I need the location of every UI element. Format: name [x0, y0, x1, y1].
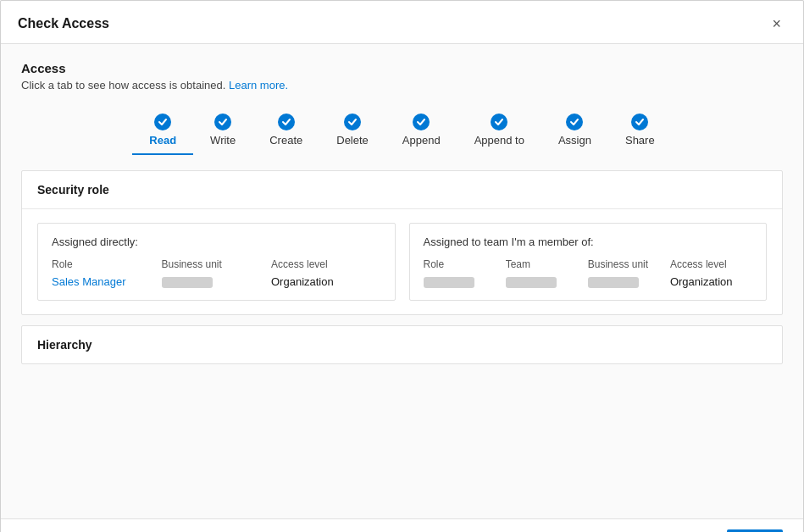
- col-header-role: Role: [52, 258, 162, 270]
- dialog-title: Check Access: [18, 16, 109, 31]
- check-icon-create: [278, 114, 295, 130]
- bu-cell-team: [588, 275, 670, 288]
- learn-more-link[interactable]: Learn more.: [229, 79, 288, 91]
- table-row-team: Organization: [424, 275, 753, 288]
- role-link-manager[interactable]: Manager: [80, 275, 126, 288]
- assigned-directly-title: Assigned directly:: [52, 236, 381, 248]
- dialog-header: Check Access ×: [1, 1, 803, 44]
- check-icon-read: [154, 114, 171, 130]
- tab-append-to[interactable]: Append to: [457, 108, 541, 155]
- access-label: Access: [21, 61, 783, 75]
- access-subtitle: Click a tab to see how access is obtaine…: [21, 79, 783, 91]
- tab-delete[interactable]: Delete: [319, 108, 385, 155]
- role-value-team: [424, 277, 474, 288]
- team-value: [506, 277, 557, 288]
- tab-assign[interactable]: Assign: [541, 108, 608, 155]
- check-icon-share: [631, 114, 648, 130]
- col-header-access-team: Access level: [670, 258, 752, 270]
- check-icon-write: [214, 114, 231, 130]
- security-role-header: Security role: [22, 171, 782, 209]
- col-header-access: Access level: [271, 258, 381, 270]
- table-row: Sales Manager Organization: [52, 275, 381, 288]
- team-cell: [506, 275, 588, 288]
- col-header-team: Team: [506, 258, 588, 270]
- col-header-bu-team: Business unit: [588, 258, 670, 270]
- access-level-cell-team: Organization: [670, 275, 752, 288]
- check-icon-append-to: [491, 114, 507, 130]
- business-unit-cell: [162, 275, 272, 288]
- bu-value-team: [588, 277, 639, 288]
- tabs-row: Read Write Create Delete: [21, 108, 783, 155]
- access-level-cell: Organization: [271, 275, 381, 288]
- dialog-footer: Ok: [1, 518, 803, 532]
- tab-append[interactable]: Append: [385, 108, 457, 155]
- close-button[interactable]: ×: [767, 14, 786, 33]
- assigned-team-title: Assigned to team I'm a member of:: [424, 236, 753, 248]
- tab-read[interactable]: Read: [132, 108, 193, 155]
- assigned-directly-headers: Role Business unit Access level: [52, 258, 381, 270]
- col-header-role-team: Role: [424, 258, 506, 270]
- role-link-sales[interactable]: Sales: [52, 275, 80, 288]
- check-icon-assign: [566, 114, 583, 130]
- security-role-body: Assigned directly: Role Business unit Ac…: [22, 209, 782, 314]
- role-cell: Sales Manager: [52, 275, 162, 288]
- hierarchy-header: Hierarchy: [22, 326, 782, 363]
- hierarchy-card: Hierarchy: [21, 325, 783, 364]
- assigned-team-headers: Role Team Business unit Access level: [424, 258, 753, 270]
- security-role-card: Security role Assigned directly: Role Bu…: [21, 170, 783, 315]
- tab-create[interactable]: Create: [252, 108, 319, 155]
- role-cell-team: [424, 275, 506, 288]
- dialog-body: Access Click a tab to see how access is …: [1, 44, 803, 518]
- business-unit-value: [162, 277, 213, 288]
- col-header-bu: Business unit: [162, 258, 272, 270]
- tab-write[interactable]: Write: [193, 108, 252, 155]
- check-icon-delete: [344, 114, 361, 130]
- check-icon-append: [413, 114, 430, 130]
- tab-share[interactable]: Share: [608, 108, 672, 155]
- assigned-directly-box: Assigned directly: Role Business unit Ac…: [37, 223, 396, 301]
- assigned-team-box: Assigned to team I'm a member of: Role T…: [409, 223, 768, 301]
- check-access-dialog: Check Access × Access Click a tab to see…: [0, 0, 804, 532]
